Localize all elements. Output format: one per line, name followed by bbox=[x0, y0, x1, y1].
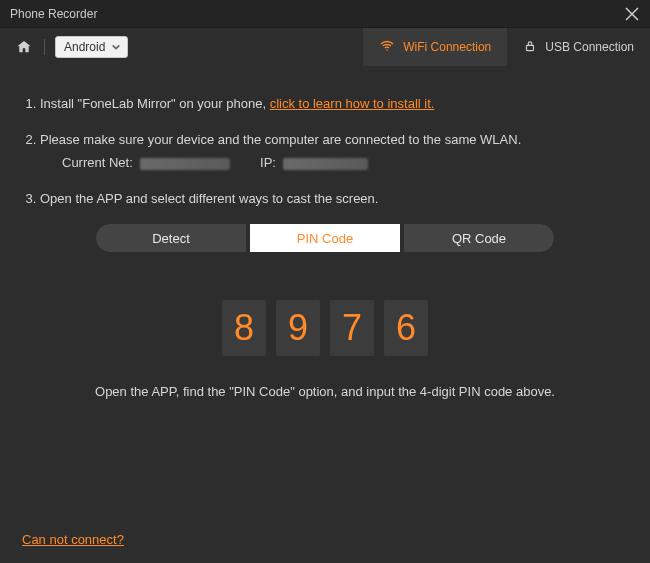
home-icon[interactable] bbox=[14, 37, 34, 57]
pin-digit-2: 9 bbox=[276, 300, 320, 356]
chevron-down-icon bbox=[111, 42, 121, 52]
close-icon[interactable] bbox=[624, 6, 640, 22]
tab-qrcode-label: QR Code bbox=[452, 231, 506, 246]
ip-label: IP: bbox=[260, 155, 276, 170]
pin-digit-4: 6 bbox=[384, 300, 428, 356]
step-1-text: Install "FoneLab Mirror" on your phone, bbox=[40, 96, 270, 111]
instruction-list: Install "FoneLab Mirror" on your phone, … bbox=[22, 94, 628, 208]
pin-digit-3: 7 bbox=[330, 300, 374, 356]
svg-rect-3 bbox=[527, 45, 534, 50]
network-info: Current Net: IP: bbox=[40, 153, 628, 173]
tab-qrcode[interactable]: QR Code bbox=[404, 224, 554, 252]
install-guide-link[interactable]: click to learn how to install it. bbox=[270, 96, 435, 111]
device-select-label: Android bbox=[64, 40, 105, 54]
tab-usb-connection[interactable]: USB Connection bbox=[507, 28, 650, 66]
current-net-label: Current Net: bbox=[62, 155, 133, 170]
step-2-text: Please make sure your device and the com… bbox=[40, 132, 521, 147]
window-title: Phone Recorder bbox=[10, 7, 624, 21]
titlebar: Phone Recorder bbox=[0, 0, 650, 28]
tab-wifi-connection[interactable]: WiFi Connection bbox=[363, 28, 507, 66]
tab-wifi-label: WiFi Connection bbox=[403, 40, 491, 54]
device-select[interactable]: Android bbox=[55, 36, 128, 58]
cast-method-tabs: Detect PIN Code QR Code bbox=[96, 224, 554, 252]
step-3: Open the APP and select different ways t… bbox=[40, 189, 628, 209]
cannot-connect-link[interactable]: Can not connect? bbox=[22, 532, 124, 547]
connection-tabs: WiFi Connection USB Connection bbox=[363, 28, 650, 66]
lock-icon bbox=[523, 39, 537, 56]
pin-digit-1: 8 bbox=[222, 300, 266, 356]
step-3-text: Open the APP and select different ways t… bbox=[40, 191, 378, 206]
tab-usb-label: USB Connection bbox=[545, 40, 634, 54]
step-2: Please make sure your device and the com… bbox=[40, 130, 628, 173]
main-content: Install "FoneLab Mirror" on your phone, … bbox=[0, 66, 650, 563]
step-1: Install "FoneLab Mirror" on your phone, … bbox=[40, 94, 628, 114]
wifi-icon bbox=[379, 38, 395, 57]
tab-pincode-label: PIN Code bbox=[297, 231, 353, 246]
pin-hint: Open the APP, find the "PIN Code" option… bbox=[22, 382, 628, 402]
toolbar: Android WiFi Connection bbox=[0, 28, 650, 66]
pin-code-display: 8 9 7 6 bbox=[22, 300, 628, 356]
tab-detect[interactable]: Detect bbox=[96, 224, 246, 252]
current-net-value bbox=[140, 158, 230, 170]
svg-point-2 bbox=[387, 49, 388, 50]
tab-detect-label: Detect bbox=[152, 231, 190, 246]
tab-pincode[interactable]: PIN Code bbox=[250, 224, 400, 252]
ip-value bbox=[283, 158, 368, 170]
separator bbox=[44, 39, 45, 55]
